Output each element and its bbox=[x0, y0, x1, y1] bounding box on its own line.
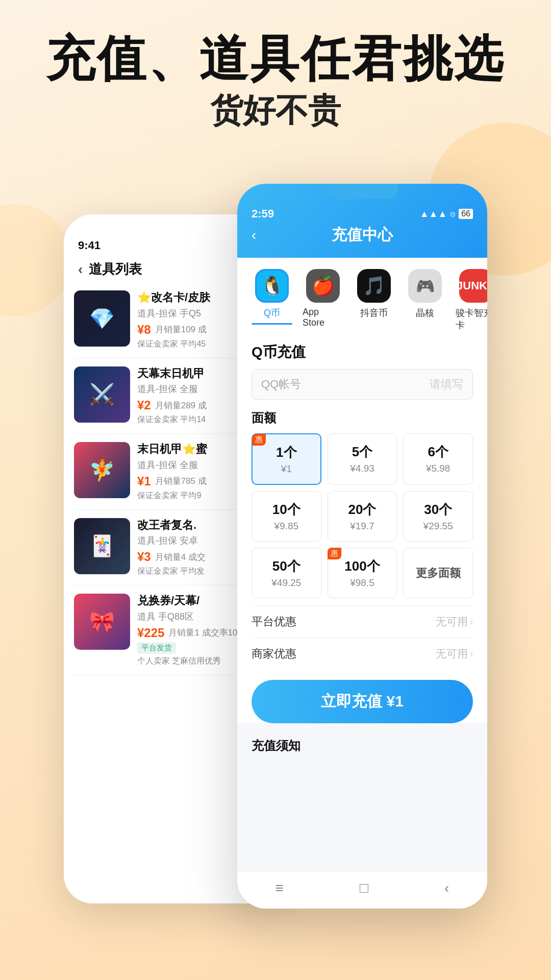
amount-more-label: 更多面额 bbox=[416, 566, 461, 581]
tab-qbi-icon: 🐧 bbox=[255, 269, 289, 303]
appstore-logo: 🍎 bbox=[312, 275, 335, 297]
qq-input-row[interactable]: QQ帐号 请填写 bbox=[252, 369, 473, 400]
item-sales: 月销量109 成 bbox=[155, 324, 207, 335]
battery-icon: 66 bbox=[459, 209, 473, 219]
left-phone-title: 道具列表 bbox=[89, 260, 142, 278]
item-price: ¥3 bbox=[137, 550, 151, 564]
hero-subtitle: 货好不贵 bbox=[0, 92, 551, 130]
tab-junka-label: 骏卡智充卡 bbox=[456, 307, 487, 331]
amount-cell-30[interactable]: 30个 ¥29.55 bbox=[403, 491, 473, 542]
tab-jinghe-icon: 🎮 bbox=[408, 269, 442, 303]
back-nav-icon[interactable]: ‹ bbox=[444, 880, 449, 896]
amount-qty: 5个 bbox=[332, 443, 393, 461]
bottom-nav: ≡ □ ‹ bbox=[237, 871, 487, 909]
signal-icon: ▲▲▲ bbox=[420, 209, 447, 219]
amount-qty: 30个 bbox=[408, 501, 468, 519]
platform-discount-row[interactable]: 平台优惠 无可用 › bbox=[252, 605, 473, 638]
jinghe-logo: 🎮 bbox=[416, 277, 435, 295]
status-time: 2:59 bbox=[252, 207, 274, 220]
platform-discount-label: 平台优惠 bbox=[252, 614, 296, 629]
tab-douyin-icon: 🎵 bbox=[357, 269, 391, 303]
section-title: Q币充值 bbox=[252, 331, 473, 369]
chevron-right-icon: › bbox=[470, 649, 473, 659]
amount-cell-more[interactable]: 更多面额 bbox=[403, 548, 473, 598]
amount-price: ¥9.85 bbox=[256, 521, 317, 532]
cta-button[interactable]: 立即充值 ¥1 bbox=[252, 680, 473, 723]
tabs-row: 🐧 Q币 🍎 App Store 🎵 抖音币 🎮 bbox=[237, 258, 487, 331]
amount-cell-6[interactable]: 6个 ¥5.98 bbox=[403, 433, 473, 485]
amount-qty: 6个 bbox=[408, 443, 468, 461]
item-sales: 月销量4 成交 bbox=[155, 551, 206, 563]
item-price: ¥2 bbox=[137, 398, 151, 412]
menu-icon[interactable]: ≡ bbox=[276, 880, 284, 896]
amount-qty: 100个 bbox=[332, 557, 393, 575]
item-thumb: ⚔️ bbox=[74, 366, 130, 423]
amount-price: ¥5.98 bbox=[408, 463, 468, 474]
wifi-icon: ⌾ bbox=[450, 209, 456, 219]
item-thumb: 🧚 bbox=[74, 442, 130, 498]
item-price: ¥1 bbox=[137, 474, 151, 488]
amount-cell-100[interactable]: 惠 100个 ¥98.5 bbox=[328, 548, 397, 598]
status-icons: ▲▲▲ ⌾ 66 bbox=[420, 209, 473, 219]
back-button[interactable]: ‹ bbox=[252, 227, 256, 243]
merchant-discount-row[interactable]: 商家优惠 无可用 › bbox=[252, 638, 473, 670]
amount-qty: 10个 bbox=[256, 501, 317, 519]
amount-price: ¥4.93 bbox=[332, 463, 393, 474]
tab-junka[interactable]: JUNKA 骏卡智充卡 bbox=[456, 269, 487, 331]
amount-price: ¥19.7 bbox=[332, 521, 393, 532]
tab-appstore-label: App Store bbox=[303, 307, 343, 328]
item-price: ¥225 bbox=[137, 626, 164, 640]
amount-qty: 50个 bbox=[256, 557, 317, 575]
item-thumb-emoji: 💎 bbox=[74, 290, 130, 347]
tab-qbi-underline bbox=[252, 323, 292, 325]
item-thumb-emoji: 🧚 bbox=[74, 442, 130, 498]
amount-price: ¥29.55 bbox=[408, 521, 468, 532]
item-thumb-emoji: 🎀 bbox=[74, 594, 130, 650]
amount-price: ¥1 bbox=[257, 463, 316, 475]
tab-appstore[interactable]: 🍎 App Store bbox=[303, 269, 343, 331]
amount-cell-1[interactable]: 惠 1个 ¥1 bbox=[252, 433, 321, 485]
amount-qty: 1个 bbox=[257, 444, 316, 461]
chevron-right-icon: › bbox=[470, 617, 473, 627]
platform-discount-value: 无可用 › bbox=[436, 615, 473, 629]
amount-price: ¥98.5 bbox=[332, 577, 393, 589]
tab-qbi-label: Q币 bbox=[264, 307, 280, 319]
tab-jinghe-label: 晶核 bbox=[416, 307, 434, 319]
home-icon[interactable]: □ bbox=[360, 880, 368, 896]
tab-jinghe[interactable]: 🎮 晶核 bbox=[405, 269, 445, 331]
amount-qty: 20个 bbox=[332, 501, 393, 519]
item-thumb-emoji: 🃏 bbox=[74, 518, 130, 574]
amount-cell-20[interactable]: 20个 ¥19.7 bbox=[328, 491, 397, 542]
item-price: ¥8 bbox=[137, 323, 151, 337]
tab-douyin[interactable]: 🎵 抖音币 bbox=[354, 269, 394, 331]
tab-douyin-label: 抖音币 bbox=[360, 307, 388, 319]
page-title: 充值中心 bbox=[332, 225, 393, 246]
tab-appstore-icon: 🍎 bbox=[306, 269, 340, 303]
hero-title: 充值、道具任君挑选 bbox=[0, 31, 551, 87]
hero-section: 充值、道具任君挑选 货好不贵 bbox=[0, 0, 551, 130]
junka-logo: JUNKA bbox=[457, 279, 487, 292]
content-area: Q币充值 QQ帐号 请填写 面额 惠 1个 ¥1 5个 ¥4.93 bbox=[237, 331, 487, 723]
left-phone-notch bbox=[140, 214, 202, 229]
right-phone: 2:59 ▲▲▲ ⌾ 66 ‹ 充值中心 🐧 Q币 bbox=[237, 184, 487, 909]
amount-cell-50[interactable]: 50个 ¥49.25 bbox=[252, 548, 321, 598]
back-icon[interactable]: ‹ bbox=[78, 261, 83, 278]
amount-cell-5[interactable]: 5个 ¥4.93 bbox=[328, 433, 397, 485]
amount-cell-10[interactable]: 10个 ¥9.85 bbox=[252, 491, 321, 542]
item-sales: 月销量289 成 bbox=[155, 400, 207, 411]
item-thumb: 🎀 bbox=[74, 594, 130, 650]
item-thumb: 🃏 bbox=[74, 518, 130, 574]
hui-badge: 惠 bbox=[328, 548, 341, 559]
qq-input-placeholder: 请填写 bbox=[430, 377, 463, 392]
amount-price: ¥49.25 bbox=[256, 577, 317, 589]
qq-input-label: QQ帐号 bbox=[261, 377, 430, 392]
amount-grid: 惠 1个 ¥1 5个 ¥4.93 6个 ¥5.98 10个 ¥9.85 bbox=[252, 433, 473, 598]
blue-nav: ‹ 充值中心 bbox=[252, 225, 473, 246]
tab-qbi[interactable]: 🐧 Q币 bbox=[252, 269, 292, 331]
hui-badge: 惠 bbox=[252, 434, 266, 446]
amount-label: 面额 bbox=[252, 410, 473, 426]
qbi-logo: 🐧 bbox=[261, 275, 284, 297]
item-thumb: 💎 bbox=[74, 290, 130, 347]
right-phone-notch bbox=[327, 184, 398, 199]
item-sales: 月销量785 成 bbox=[155, 475, 207, 487]
